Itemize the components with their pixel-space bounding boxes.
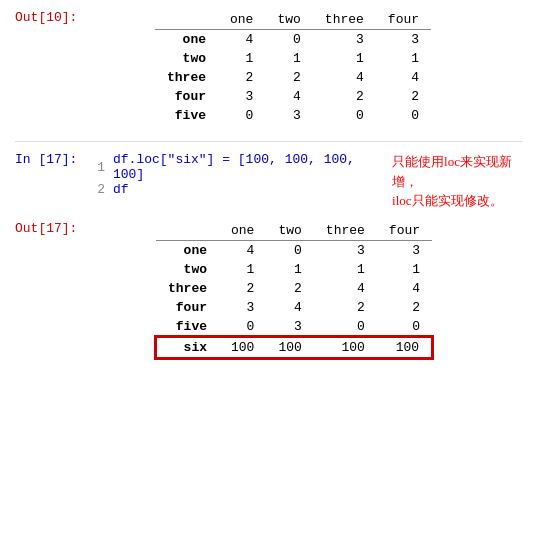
- index-cell: five: [155, 106, 218, 125]
- out17-col-two: two: [266, 221, 313, 241]
- out17-label: Out[17]:: [15, 221, 85, 236]
- out10-col-three: three: [313, 10, 376, 30]
- in17-line2: 2 df: [85, 182, 362, 197]
- in17-annotation-line2: iloc只能实现修改。: [392, 191, 523, 211]
- table-row: two1111: [156, 260, 432, 279]
- divider1: [15, 141, 523, 142]
- out17-block: Out[17]: one two three four one4033two11…: [15, 221, 523, 365]
- table-row: two1111: [155, 49, 431, 68]
- table-row: four3422: [155, 87, 431, 106]
- data-cell: 3: [266, 317, 313, 337]
- table-row: three2244: [155, 68, 431, 87]
- data-cell: 2: [376, 87, 431, 106]
- data-cell: 1: [376, 49, 431, 68]
- in17-annotation-line1: 只能使用loc来实现新增，: [392, 152, 523, 191]
- data-cell: 0: [219, 317, 266, 337]
- in17-line1: 1 df.loc["six"] = [100, 100, 100, 100]: [85, 152, 362, 182]
- index-cell: one: [156, 240, 219, 260]
- data-cell: 3: [314, 240, 377, 260]
- highlighted-data-cell: 100: [266, 337, 313, 358]
- highlighted-data-cell: 100: [314, 337, 377, 358]
- data-cell: 0: [313, 106, 376, 125]
- data-cell: 3: [219, 298, 266, 317]
- data-cell: 1: [377, 260, 432, 279]
- data-cell: 1: [218, 49, 265, 68]
- out10-label: Out[10]:: [15, 10, 85, 25]
- in17-label: In [17]:: [15, 152, 85, 167]
- data-cell: 4: [377, 279, 432, 298]
- in17-annotation: 只能使用loc来实现新增， iloc只能实现修改。: [392, 152, 523, 211]
- data-cell: 3: [313, 30, 376, 50]
- in17-code-and-comment: 1 df.loc["six"] = [100, 100, 100, 100] 2…: [85, 152, 523, 211]
- in17-line1-code: df.loc["six"] = [100, 100, 100, 100]: [113, 152, 362, 182]
- data-cell: 2: [314, 298, 377, 317]
- table-row: four3422: [156, 298, 432, 317]
- data-cell: 4: [314, 279, 377, 298]
- data-cell: 2: [219, 279, 266, 298]
- index-cell: four: [155, 87, 218, 106]
- table-row: one4033: [156, 240, 432, 260]
- index-cell: three: [156, 279, 219, 298]
- index-cell: four: [156, 298, 219, 317]
- in17-code: 1 df.loc["six"] = [100, 100, 100, 100] 2…: [85, 152, 362, 197]
- data-cell: 4: [376, 68, 431, 87]
- data-cell: 4: [218, 30, 265, 50]
- out10-label-row: Out[10]: one two three four one4033two11…: [15, 10, 523, 131]
- table-row: one4033: [155, 30, 431, 50]
- highlighted-data-cell: 100: [377, 337, 432, 358]
- data-cell: 1: [265, 49, 312, 68]
- out17-col-three: three: [314, 221, 377, 241]
- out10-table: one two three four one4033two1111three22…: [155, 10, 431, 125]
- out10-col-four: four: [376, 10, 431, 30]
- data-cell: 3: [377, 240, 432, 260]
- data-cell: 2: [265, 68, 312, 87]
- data-cell: 2: [266, 279, 313, 298]
- out17-header-row: one two three four: [156, 221, 432, 241]
- out10-table-container: one two three four one4033two1111three22…: [155, 10, 431, 125]
- data-cell: 0: [218, 106, 265, 125]
- out10-col-two: two: [265, 10, 312, 30]
- out17-table: one two three four one4033two1111three22…: [155, 221, 433, 359]
- index-cell: two: [156, 260, 219, 279]
- data-cell: 2: [313, 87, 376, 106]
- in17-block: In [17]: 1 df.loc["six"] = [100, 100, 10…: [15, 152, 523, 211]
- highlighted-table-row: six100100100100: [156, 337, 432, 358]
- data-cell: 4: [313, 68, 376, 87]
- index-cell: five: [156, 317, 219, 337]
- table-row: five0300: [156, 317, 432, 337]
- data-cell: 4: [265, 87, 312, 106]
- data-cell: 1: [314, 260, 377, 279]
- table-row: five0300: [155, 106, 431, 125]
- out17-col-four: four: [377, 221, 432, 241]
- data-cell: 3: [218, 87, 265, 106]
- data-cell: 4: [219, 240, 266, 260]
- data-cell: 4: [266, 298, 313, 317]
- data-cell: 3: [376, 30, 431, 50]
- data-cell: 1: [266, 260, 313, 279]
- in17-line1-num: 1: [85, 160, 105, 175]
- data-cell: 3: [265, 106, 312, 125]
- out10-block: Out[10]: one two three four one4033two11…: [15, 10, 523, 131]
- data-cell: 2: [377, 298, 432, 317]
- index-cell: three: [155, 68, 218, 87]
- data-cell: 2: [218, 68, 265, 87]
- index-cell: two: [155, 49, 218, 68]
- data-cell: 0: [377, 317, 432, 337]
- data-cell: 0: [266, 240, 313, 260]
- highlighted-index-cell: six: [156, 337, 219, 358]
- out17-label-row: Out[17]: one two three four one4033two11…: [15, 221, 523, 365]
- index-cell: one: [155, 30, 218, 50]
- in17-line2-num: 2: [85, 182, 105, 197]
- out17-table-container: one two three four one4033two1111three22…: [155, 221, 433, 359]
- out10-col-one: one: [218, 10, 265, 30]
- data-cell: 0: [376, 106, 431, 125]
- out17-col-one: one: [219, 221, 266, 241]
- in17-line2-code: df: [113, 182, 129, 197]
- data-cell: 1: [313, 49, 376, 68]
- table-row: three2244: [156, 279, 432, 298]
- data-cell: 1: [219, 260, 266, 279]
- out17-col-index: [156, 221, 219, 241]
- data-cell: 0: [314, 317, 377, 337]
- out10-header-row: one two three four: [155, 10, 431, 30]
- out10-col-index: [155, 10, 218, 30]
